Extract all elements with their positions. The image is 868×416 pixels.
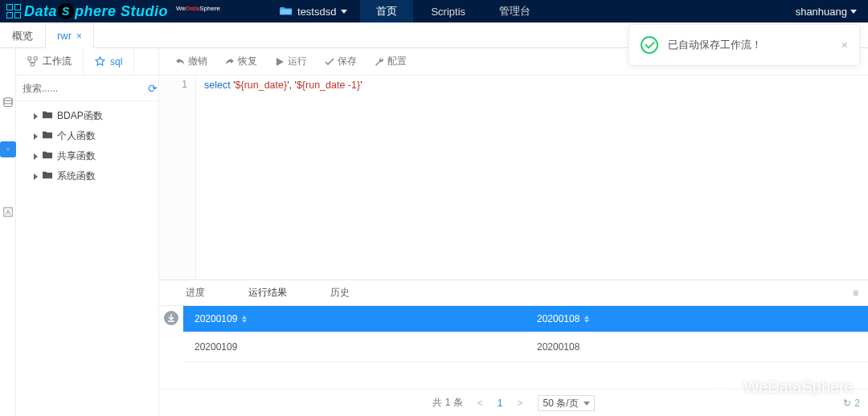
table-row: 20200109 20200108 (183, 332, 868, 362)
search-input[interactable] (23, 83, 143, 94)
line-gutter: 1 (159, 75, 196, 279)
svg-point-1 (7, 149, 8, 149)
table-cell: 20200108 (526, 341, 868, 353)
function-tree: BDAP函数 个人函数 共享函数 系统函数 (16, 101, 158, 191)
pager-total: 共 1 条 (432, 396, 462, 410)
undo-button[interactable]: 撤销 (167, 55, 215, 68)
side-panel: 工作流 sql ⟳ BDAP函数 个人函数 (16, 48, 159, 416)
flow-icon (27, 56, 38, 67)
redo-icon (225, 57, 235, 67)
subtab-workflow[interactable]: 工作流 (16, 48, 84, 75)
tab-overview[interactable]: 概览 (0, 23, 45, 47)
caret-right-icon (34, 133, 38, 140)
sort-icon[interactable] (242, 316, 247, 323)
top-bar: DataSphere Studio WeDataSphere testsdsd … (0, 0, 868, 22)
caret-right-icon (34, 173, 38, 180)
result-tab-history[interactable]: 历史 (304, 280, 376, 305)
pager-next[interactable]: > (514, 398, 526, 409)
result-tab-progress[interactable]: 进度 (159, 280, 231, 305)
left-gutter (0, 48, 16, 416)
run-button[interactable]: 运行 (267, 55, 315, 68)
folder-icon (42, 170, 53, 182)
chevron-down-icon (341, 10, 347, 14)
tree-item[interactable]: BDAP函数 (21, 106, 154, 126)
results-panel: 进度 运行结果 历史 ≡ 20200109 20200108 (159, 279, 868, 416)
svg-rect-3 (28, 57, 31, 60)
result-table: 20200109 20200108 20200109 20200108 (183, 306, 868, 389)
tree-label: 共享函数 (57, 149, 96, 163)
nav-scriptis[interactable]: Scriptis (415, 0, 481, 22)
undo-icon (175, 57, 185, 67)
project-selector[interactable]: testsdsd (268, 0, 358, 22)
tree-label: 系统函数 (57, 169, 96, 183)
sort-icon[interactable] (584, 316, 589, 323)
caret-right-icon (34, 153, 38, 160)
redo-button[interactable]: 恢复 (217, 55, 265, 68)
table-cell: 20200109 (183, 341, 526, 353)
function-icon[interactable] (0, 141, 16, 157)
check-icon (325, 57, 334, 67)
config-button[interactable]: 配置 (366, 55, 415, 68)
svg-point-0 (3, 98, 12, 101)
logo: DataSphere Studio WeDataSphere (6, 3, 220, 20)
success-icon (641, 36, 658, 54)
folder-icon (42, 130, 53, 142)
code-editor[interactable]: 1 select '${run_date}', '${run_date -1}' (159, 75, 868, 279)
close-icon[interactable]: × (76, 31, 82, 42)
nav-home[interactable]: 首页 (360, 0, 413, 22)
subtab-label: 工作流 (43, 55, 72, 68)
star-icon (95, 56, 105, 67)
tab-rwr[interactable]: rwr × (45, 23, 94, 47)
autosave-toast: 已自动保存工作流！ × (628, 24, 860, 66)
logo-subtitle: WeDataSphere (176, 5, 220, 12)
tree-label: 个人函数 (57, 129, 96, 143)
tree-item[interactable]: 个人函数 (21, 126, 154, 146)
column-header[interactable]: 20200109 (183, 313, 526, 324)
logo-text: DataSphere Studio (24, 3, 168, 20)
download-button[interactable] (159, 306, 183, 389)
table-header: 20200109 20200108 (183, 306, 868, 332)
reload-icon: ↻ (843, 398, 851, 409)
tab-label: 概览 (12, 29, 33, 43)
caret-right-icon (34, 113, 38, 120)
main-area: 撤销 恢复 运行 保存 配置 1 select '${run_date}', '… (159, 48, 868, 416)
project-name: testsdsd (297, 6, 336, 18)
result-tabs: 进度 运行结果 历史 ≡ (159, 280, 868, 306)
user-name: shanhuang (796, 6, 847, 18)
search-row: ⟳ (16, 75, 158, 101)
user-menu[interactable]: shanhuang (791, 6, 862, 18)
download-icon (167, 314, 175, 322)
svg-rect-2 (3, 208, 12, 217)
folder-icon (42, 150, 53, 162)
nav-admin[interactable]: 管理台 (483, 0, 547, 22)
refresh-icon[interactable]: ⟳ (148, 82, 158, 95)
folder-icon (42, 110, 53, 122)
wrench-icon (375, 57, 384, 67)
code-content[interactable]: select '${run_date}', '${run_date -1}' (196, 75, 371, 279)
result-tab-output[interactable]: 运行结果 (231, 280, 304, 305)
pager-page[interactable]: 1 (497, 398, 503, 409)
folder-open-icon (280, 5, 293, 18)
svg-rect-4 (34, 57, 37, 60)
chevron-down-icon (850, 10, 857, 14)
subtab-sql[interactable]: sql (84, 48, 134, 75)
pager-reload[interactable]: ↻ 2 (843, 398, 860, 409)
pager-prev[interactable]: < (474, 398, 486, 409)
tree-item[interactable]: 系统函数 (21, 166, 154, 186)
play-icon (275, 57, 285, 67)
save-button[interactable]: 保存 (317, 55, 365, 68)
tree-label: BDAP函数 (57, 109, 103, 123)
svg-rect-5 (31, 63, 35, 66)
result-menu-icon[interactable]: ≡ (843, 288, 868, 299)
side-subtabs: 工作流 sql (16, 48, 158, 75)
db-icon[interactable] (2, 96, 14, 109)
column-header[interactable]: 20200108 (526, 313, 868, 324)
subtab-label: sql (110, 56, 122, 67)
tree-item[interactable]: 共享函数 (21, 146, 154, 166)
top-menu: testsdsd 首页 Scriptis 管理台 (268, 0, 547, 22)
hdfs-icon[interactable] (2, 206, 14, 218)
page-size-select[interactable]: 50 条/页 (538, 395, 595, 411)
logo-grid-icon (6, 4, 21, 18)
close-icon[interactable]: × (841, 39, 848, 51)
toast-message: 已自动保存工作流！ (668, 39, 762, 52)
